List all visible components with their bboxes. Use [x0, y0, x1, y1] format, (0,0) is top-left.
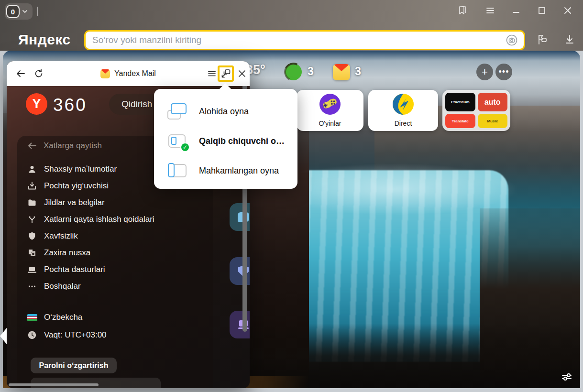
add-widget-button[interactable]: + — [476, 64, 493, 80]
tab-separator — [37, 7, 38, 16]
background-settings-icon[interactable] — [560, 370, 573, 383]
window-mode-button-highlighted[interactable] — [218, 65, 234, 82]
mail-informer-icon[interactable] — [333, 64, 350, 80]
language-row[interactable]: Oʻzbekcha — [27, 312, 82, 323]
app-translate[interactable]: Translate — [445, 114, 475, 128]
menu-item-pinned-window[interactable]: Mahkamlangan oyna — [154, 156, 297, 185]
back-arrow-icon — [27, 141, 37, 151]
popup-window-icon: ✓ — [167, 133, 187, 149]
app-practicum[interactable]: Practicum — [445, 93, 475, 111]
tile-direct-label: Direct — [368, 120, 438, 127]
shield-icon — [27, 231, 37, 241]
mail-count: 3 — [355, 65, 361, 78]
nav-label: Xavfsizlik — [44, 231, 78, 241]
check-badge-icon: ✓ — [180, 142, 190, 152]
back-to-mail-label: Xatlarga qaytish — [44, 141, 102, 151]
separate-window-icon — [167, 103, 187, 120]
window-mode-popup: Alohida oyna ✓ Qalqib chiquvchi o… Mahka… — [154, 89, 297, 189]
laptop-icon — [27, 265, 37, 274]
nav-label: Zaxira nusxa — [44, 248, 90, 258]
sidebar-collapse-arrow[interactable] — [0, 328, 7, 344]
floating-window-titlebar: Yandex Mail — [7, 61, 250, 86]
games-icon — [319, 93, 341, 115]
tile-games[interactable]: O'yinlar — [297, 90, 363, 131]
menu-item-separate-window[interactable]: Alohida oyna — [154, 97, 297, 126]
close-floating-window-icon[interactable] — [235, 66, 249, 81]
flag-uzbekistan-icon — [27, 314, 37, 321]
menu-item-label: Mahkamlangan oyna — [199, 166, 279, 176]
tab-count-badge[interactable]: 0 — [6, 5, 20, 18]
backup-icon — [27, 248, 37, 258]
pinned-window-icon — [167, 163, 187, 179]
floating-window-title: Yandex Mail — [114, 69, 156, 78]
language-label: Oʻzbekcha — [44, 313, 82, 322]
timezone-row[interactable]: Vaqt: UTC+03:00 — [27, 329, 107, 341]
maximize-button[interactable] — [535, 3, 549, 18]
downloads-icon[interactable] — [563, 33, 576, 45]
nav-item-mail-clients[interactable]: Pochta dasturlari — [27, 264, 105, 275]
direct-icon — [392, 93, 414, 115]
menu-item-label: Qalqib chiquvchi o… — [199, 136, 285, 146]
tile-apps-group[interactable]: Practicum auto Translate Music — [442, 90, 510, 131]
traffic-count: 3 — [308, 65, 314, 78]
window-menu-icon[interactable] — [205, 66, 219, 81]
tile-games-label: O'yinlar — [297, 120, 363, 127]
nav-label: Pochta yigʻuvchisi — [44, 181, 109, 191]
nav-label: Pochta dasturlari — [44, 265, 105, 274]
app-auto[interactable]: auto — [478, 93, 508, 111]
ellipsis-icon — [27, 282, 37, 291]
y360-logo-360: 360 — [53, 95, 87, 115]
horizontal-scrollbar[interactable] — [9, 383, 99, 386]
nav-item-folders-labels[interactable]: Jildlar va belgilar — [27, 197, 105, 208]
y360-logo-icon[interactable]: Y — [26, 93, 47, 115]
tile-direct[interactable]: Direct — [368, 90, 438, 131]
menu-item-popup-window-selected[interactable]: ✓ Qalqib chiquvchi o… — [154, 126, 297, 156]
clock-icon — [27, 330, 37, 340]
nav-label: Shaxsiy maʼlumotlar — [44, 164, 117, 174]
back-to-mail-link[interactable]: Xatlarga qaytish — [27, 141, 102, 151]
bookmarks-icon[interactable] — [455, 3, 470, 18]
nav-label: Jildlar va belgilar — [44, 198, 105, 207]
omnibox[interactable] — [84, 30, 525, 50]
browser-chrome: 0 Яндекс — [0, 0, 583, 51]
search-input[interactable] — [86, 35, 506, 45]
popup-arrow — [219, 83, 231, 89]
rules-branch-icon — [27, 215, 37, 224]
tab-counter[interactable]: 0 — [5, 3, 33, 20]
timezone-label: Vaqt: UTC+03:00 — [44, 330, 107, 340]
mail-search-label: Qidirish — [121, 99, 152, 109]
yandex-mail-favicon — [100, 69, 110, 78]
minimize-button[interactable] — [509, 3, 523, 18]
secondary-button-partial[interactable] — [31, 378, 161, 388]
collector-icon — [27, 181, 37, 191]
back-icon[interactable] — [13, 66, 28, 81]
nav-label: Xatlarni qayta ishlash qoidalari — [44, 215, 154, 224]
chevron-down-icon[interactable] — [22, 8, 28, 15]
traffic-icon[interactable] — [285, 64, 302, 80]
close-window-button[interactable] — [561, 3, 575, 18]
nav-item-backup[interactable]: Zaxira nusxa — [27, 247, 90, 259]
change-password-button[interactable]: Parolni oʻzgartirish — [31, 358, 117, 373]
nav-item-others[interactable]: Boshqalar — [27, 281, 81, 292]
menu-item-label: Alohida oyna — [199, 107, 249, 117]
nav-item-mail-rules[interactable]: Xatlarni qayta ishlash qoidalari — [27, 214, 154, 225]
nav-item-mail-collector[interactable]: Pochta yigʻuvchisi — [27, 180, 109, 192]
app-music[interactable]: Music — [478, 114, 508, 128]
nav-label: Boshqalar — [44, 282, 81, 291]
yandex-logo[interactable]: Яндекс — [18, 32, 71, 48]
browser-menu-icon[interactable] — [483, 3, 497, 18]
reload-icon[interactable] — [32, 66, 46, 81]
folder-icon — [27, 198, 37, 207]
nav-item-personal-info[interactable]: Shaxsiy maʼlumotlar — [27, 163, 117, 175]
nav-item-security[interactable]: Xavfsizlik — [27, 230, 78, 242]
extensions-icon[interactable] — [535, 33, 549, 47]
camera-search-icon[interactable] — [506, 34, 518, 46]
person-icon — [27, 164, 37, 174]
widgets-more-button[interactable]: ••• — [495, 64, 512, 80]
